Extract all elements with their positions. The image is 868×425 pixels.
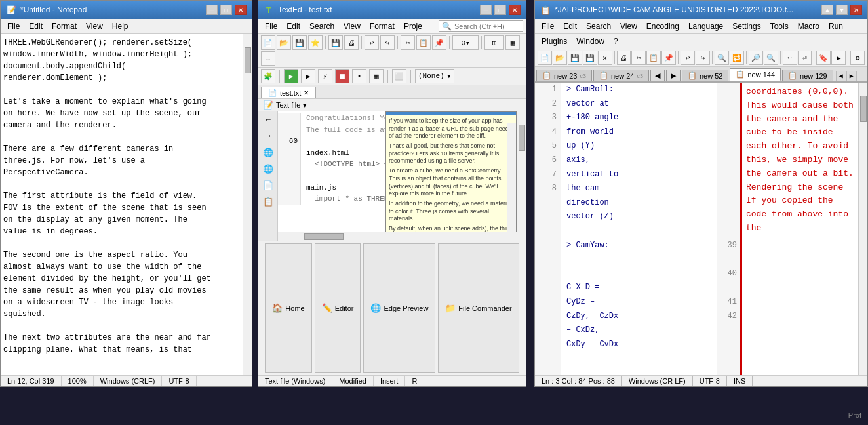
toolbar-run2-btn[interactable]: ▶ bbox=[301, 69, 315, 83]
texted-menu-edit[interactable]: Edit bbox=[283, 20, 304, 32]
toolbar-save2-btn[interactable]: 💾 bbox=[328, 35, 343, 50]
npp-close-doc-btn[interactable]: ✕ bbox=[598, 51, 612, 65]
npp-redo-btn[interactable]: ↪ bbox=[696, 51, 710, 65]
npp-find-btn[interactable]: 🔍 bbox=[715, 51, 729, 65]
texted-vscrollbar[interactable] bbox=[517, 111, 526, 241]
tab-close-btn[interactable]: ✕ bbox=[304, 89, 309, 96]
toolbar-format-dropdown[interactable]: (None)▾ bbox=[415, 69, 454, 83]
sidebar-globe2-icon[interactable]: 🌐 bbox=[258, 161, 278, 177]
toolbar-grid-btn[interactable]: ▦ bbox=[505, 35, 520, 50]
npp-zoomin-btn[interactable]: 🔎 bbox=[749, 51, 763, 65]
toolbar-copy-btn[interactable]: 📋 bbox=[416, 35, 431, 50]
npp-help[interactable]: ? bbox=[610, 35, 622, 47]
toolbar-rect-btn[interactable]: ▪ bbox=[352, 69, 366, 83]
notepad-text-content[interactable]: THREE.WebGLRenderer(); renderer.setSize(… bbox=[1, 34, 243, 375]
notepad-minimize-btn[interactable]: ─ bbox=[206, 5, 218, 15]
npp-menu-view[interactable]: View bbox=[616, 20, 641, 32]
npp-tab-new129[interactable]: 📋 new 129 bbox=[782, 70, 833, 81]
sidebar-copy2-icon[interactable]: 📋 bbox=[258, 193, 278, 210]
notepad-scrollbar[interactable] bbox=[243, 34, 252, 375]
npp-copy-btn[interactable]: 📋 bbox=[646, 51, 661, 65]
npp-plugins[interactable]: Plugins bbox=[538, 35, 571, 47]
footer-edge-btn[interactable]: 🌐 Edge Preview bbox=[363, 243, 435, 373]
toolbar-box-btn[interactable]: ⬜ bbox=[392, 69, 406, 83]
texted-menu-search[interactable]: Search bbox=[306, 20, 338, 32]
npp-tab-new24[interactable]: 📋 new 24 c3 bbox=[593, 70, 649, 81]
notepad-menu-help[interactable]: Help bbox=[108, 20, 132, 32]
footer-home-btn[interactable]: 🏠 Home bbox=[265, 243, 311, 373]
npp-undo-btn[interactable]: ↩ bbox=[681, 51, 695, 65]
npp-menu-language[interactable]: Language bbox=[684, 20, 727, 32]
npp-menu-file[interactable]: File bbox=[538, 20, 558, 32]
npp-tab-new23[interactable]: 📋 new 23 c3 bbox=[536, 70, 592, 81]
toolbar-more-btn[interactable]: … bbox=[261, 51, 275, 66]
toolbar-cut-btn[interactable]: ✂ bbox=[401, 35, 415, 50]
npp-menu-settings[interactable]: Settings bbox=[728, 20, 764, 32]
toolbar-fast-btn[interactable]: ⚡ bbox=[318, 69, 332, 83]
npp-menu-encoding[interactable]: Encoding bbox=[642, 20, 683, 32]
npp-tab-nav-right[interactable]: ▶ bbox=[666, 70, 681, 81]
texted-code-area[interactable]: If you want to keep the size of your app… bbox=[278, 111, 517, 232]
texted-close-btn[interactable]: ✕ bbox=[509, 5, 521, 15]
popup-scrollbar[interactable] bbox=[507, 123, 516, 232]
toolbar-paste-btn[interactable]: 📌 bbox=[432, 35, 446, 50]
texted-menu-proje[interactable]: Proje bbox=[400, 20, 426, 32]
notepad-menu-format[interactable]: Format bbox=[48, 20, 81, 32]
npp-settings2-btn[interactable]: ⚙ bbox=[850, 51, 865, 65]
toolbar-save-btn[interactable]: 💾 bbox=[292, 35, 307, 50]
texted-maximize-btn[interactable]: □ bbox=[494, 5, 506, 15]
toolbar-insert-btn[interactable]: ⊞ bbox=[484, 35, 504, 50]
texted-hscrollbar[interactable] bbox=[278, 232, 517, 241]
toolbar-stop-btn[interactable]: ⏹ bbox=[335, 69, 349, 83]
npp-zoomout-btn[interactable]: 🔍 bbox=[764, 51, 778, 65]
texted-minimize-btn[interactable]: ─ bbox=[480, 5, 492, 15]
npp-menu-search[interactable]: Search bbox=[582, 20, 615, 32]
npp-sync-btn[interactable]: ↔ bbox=[783, 51, 797, 65]
footer-commander-btn[interactable]: 📁 File Commander bbox=[438, 243, 519, 373]
toolbar-redo-btn[interactable]: ↪ bbox=[380, 35, 395, 50]
sidebar-next-icon[interactable]: → bbox=[258, 128, 278, 144]
notepad-menu-view[interactable]: View bbox=[82, 20, 107, 32]
npp-save-btn[interactable]: 💾 bbox=[568, 51, 582, 65]
toolbar-undo-btn[interactable]: ↩ bbox=[365, 35, 379, 50]
npp-run-btn[interactable]: ▶ bbox=[831, 51, 846, 65]
toolbar-puzzle-btn[interactable]: 🧩 bbox=[261, 69, 275, 83]
sidebar-nav-icon[interactable]: ← bbox=[258, 111, 278, 128]
toolbar-grid2-btn[interactable]: ▦ bbox=[369, 69, 384, 83]
toolbar-find-btn[interactable]: Ω▾ bbox=[452, 35, 479, 50]
npp-vscrollbar[interactable] bbox=[858, 83, 867, 375]
npp-saveall-btn[interactable]: 💾 bbox=[583, 51, 597, 65]
texted-menu-file[interactable]: File bbox=[261, 20, 281, 32]
npp-wrap-btn[interactable]: ⏎ bbox=[798, 51, 812, 65]
toolbar-saveas-btn[interactable]: ⭐ bbox=[308, 35, 323, 50]
texted-search-input[interactable] bbox=[454, 22, 520, 30]
npp-tab-new52[interactable]: 📋 new 52 bbox=[682, 70, 728, 81]
npp-paste-btn[interactable]: 📌 bbox=[661, 51, 676, 65]
npp-print-btn[interactable]: 🖨 bbox=[617, 51, 631, 65]
npp-menu-run[interactable]: Run bbox=[825, 20, 847, 32]
npp-nav-down[interactable]: ▼ bbox=[836, 5, 848, 15]
npp-menu-macro[interactable]: Macro bbox=[794, 20, 823, 32]
notepad-close-btn[interactable]: ✕ bbox=[235, 5, 247, 15]
npp-bookmark-btn[interactable]: 🔖 bbox=[816, 51, 831, 65]
npp-tab-scroll-left[interactable]: ◀ bbox=[836, 71, 846, 81]
npp-tab-new144[interactable]: 📋 new 144 bbox=[730, 68, 781, 81]
sidebar-globe1-icon[interactable]: 🌐 bbox=[258, 144, 278, 161]
npp-menu-tools[interactable]: Tools bbox=[766, 20, 793, 32]
npp-new-btn[interactable]: 📄 bbox=[538, 51, 552, 65]
toolbar-open-btn[interactable]: 📂 bbox=[277, 35, 291, 50]
npp-open-btn[interactable]: 📂 bbox=[553, 51, 567, 65]
npp-menu-edit[interactable]: Edit bbox=[559, 20, 581, 32]
npp-nav-up[interactable]: ▲ bbox=[821, 5, 833, 15]
toolbar-run-btn[interactable]: ▶ bbox=[284, 69, 298, 83]
texted-menu-format[interactable]: Format bbox=[366, 20, 399, 32]
texted-tab-testtxt[interactable]: 📄 test.txt ✕ bbox=[261, 87, 316, 98]
npp-window[interactable]: Window bbox=[572, 35, 608, 47]
npp-tab-scroll-right[interactable]: ▶ bbox=[846, 71, 857, 81]
notepad-menu-edit[interactable]: Edit bbox=[25, 20, 47, 32]
npp-cut-btn[interactable]: ✂ bbox=[631, 51, 646, 65]
npp-tab-nav-left[interactable]: ◀ bbox=[650, 70, 665, 81]
footer-editor-btn[interactable]: ✏️ Editor bbox=[315, 243, 361, 373]
npp-code-area[interactable]: > CamRoll: vector at +-180 angle from wo… bbox=[561, 83, 717, 375]
notepad-maximize-btn[interactable]: □ bbox=[220, 5, 232, 15]
